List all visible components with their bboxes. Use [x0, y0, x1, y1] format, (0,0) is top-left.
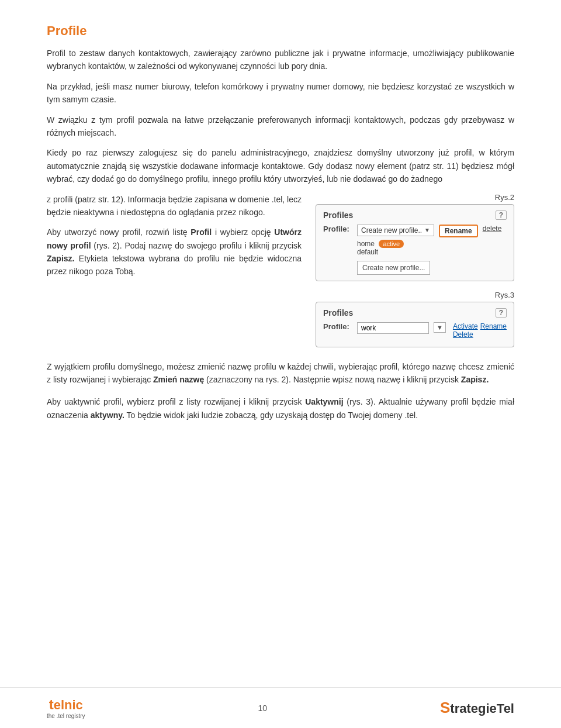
profile-input-rys3[interactable]	[357, 322, 429, 334]
page-number: 10	[258, 703, 268, 713]
page-content: Profile Profil to zestaw danych kontakto…	[0, 0, 561, 475]
delete-button-rys2[interactable]: delete	[483, 225, 502, 233]
paragraph-5: Aby utworzyć nowy profil, rozwiń listę P…	[47, 226, 302, 278]
paragraph-6: Z wyjątkiem profilu domyślnego, możesz z…	[47, 360, 514, 387]
profiles-title-rys3: Profiles	[323, 308, 353, 318]
brand-rest: trategieTel	[450, 701, 514, 716]
dropdown-arrow-rys2: ▼	[424, 227, 430, 233]
telnic-rest: elnic	[54, 698, 83, 712]
paragraph-7: Aby uaktywnić profil, wybierz profil z l…	[47, 395, 514, 422]
telnic-logo-text: telnic	[49, 696, 83, 713]
paragraph-3: W związku z tym profil pozwala na łatwe …	[47, 113, 514, 140]
profile-row-rys3: Profile: ▼ Activate Rename Delete	[323, 322, 507, 339]
s-letter: S	[440, 699, 450, 716]
two-column-section: z profili (patrz str. 12). Informacja bę…	[47, 193, 514, 351]
rename-button-rys2[interactable]: Rename	[439, 225, 478, 237]
dropdown-arrow-rys3[interactable]: ▼	[434, 322, 446, 333]
create-new-option-rys2[interactable]: Create new profile...	[357, 261, 430, 275]
footer-logo-telnic: telnic the .tel registry	[47, 696, 85, 719]
footer: telnic the .tel registry 10 StrategieTel	[0, 687, 561, 728]
profiles-box-rys3: Profiles ? Profile: ▼ Activate Rename De…	[316, 302, 514, 347]
profile-home-rys2: home	[357, 240, 375, 248]
help-icon-rys3[interactable]: ?	[496, 308, 507, 318]
activate-button-rys3[interactable]: Activate	[453, 322, 478, 330]
profiles-header-rys3: Profiles ?	[323, 308, 507, 318]
active-badge-rys2: active	[379, 240, 404, 248]
paragraph-4: Kiedy po raz pierwszy zalogujesz się do …	[47, 146, 514, 185]
profile-dropdown-rys2[interactable]: Create new profile.. ▼	[357, 225, 434, 236]
screenshots-column: Rys.2 Profiles ? Profile: Create new pro…	[316, 193, 514, 351]
footer-logo-strategietel: StrategieTel	[440, 699, 514, 717]
rys3-label: Rys.3	[316, 291, 514, 299]
paragraph-2: Na przykład, jeśli masz numer biurowy, t…	[47, 80, 514, 106]
delete-button-rys3[interactable]: Delete	[453, 330, 507, 339]
rys3-buttons: Activate Rename Delete	[453, 322, 507, 339]
paragraph-1: Profil to zestaw danych kontaktowych, za…	[47, 47, 514, 73]
profiles-header-rys2: Profiles ?	[323, 211, 507, 220]
rys3-top-buttons: Activate Rename	[453, 322, 507, 330]
paragraph-4b: z profili (patrz str. 12). Informacja bę…	[47, 193, 302, 219]
rys2-label: Rys.2	[316, 193, 514, 202]
rename-button-rys3[interactable]: Rename	[480, 322, 507, 330]
profile-sub-rows-rys2: home active default	[357, 240, 507, 256]
profiles-title-rys2: Profiles	[323, 211, 353, 220]
profile-default-rys2: default	[357, 248, 378, 256]
profile-label-rys2: Profile:	[323, 225, 352, 233]
profile-row-rys2: Profile: Create new profile.. ▼ Rename d…	[323, 225, 507, 237]
create-new-row-rys2: Create new profile...	[357, 258, 507, 275]
page-title: Profile	[47, 23, 514, 39]
telnic-t: t	[49, 696, 54, 712]
profiles-box-rys2: Profiles ? Profile: Create new profile..…	[316, 204, 514, 281]
help-icon-rys2[interactable]: ?	[496, 211, 507, 220]
telnic-subtitle: the .tel registry	[47, 713, 85, 719]
text-column: z profili (patrz str. 12). Informacja bę…	[47, 193, 302, 351]
profile-label-rys3: Profile:	[323, 322, 352, 331]
